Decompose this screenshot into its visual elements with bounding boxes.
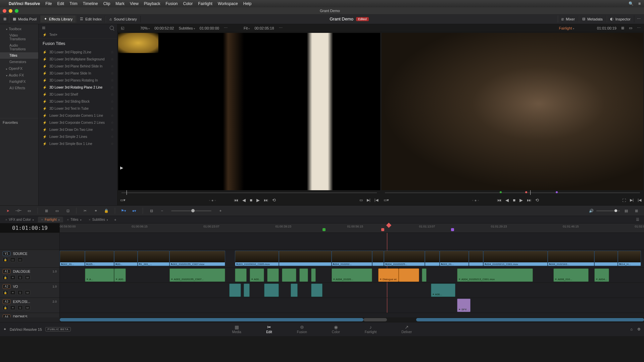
close-tab-icon[interactable]: ×	[41, 218, 43, 221]
favorite-star-icon[interactable]: ☆	[111, 107, 114, 110]
favorite-star-icon[interactable]: ☆	[111, 114, 114, 117]
track-toggle-button[interactable]: ▭	[10, 257, 15, 262]
track-lock-button[interactable]: 🔒	[3, 257, 8, 262]
blade-edit-tool[interactable]: ✂	[81, 207, 89, 214]
close-tab-icon[interactable]: ×	[5, 218, 7, 221]
video-clip[interactable]: ⚭ A005...	[85, 251, 114, 266]
video-clip[interactable]: ⚭	[594, 251, 618, 266]
volume-slider[interactable]	[596, 210, 620, 211]
src-play-button[interactable]: ▶	[256, 198, 260, 203]
replace-tool[interactable]: ⊡	[64, 207, 71, 214]
category-generators[interactable]: Generators	[0, 59, 38, 65]
audio-clip[interactable]	[229, 283, 241, 297]
category-audiofx[interactable]: Audio FX	[0, 72, 38, 79]
timeline-scrollbar[interactable]	[0, 317, 644, 322]
category-au-effects[interactable]: AU Effects	[0, 85, 38, 91]
source-viewer[interactable]: ▶	[118, 33, 380, 190]
audio-clip[interactable]: ⚭ A003_01020155_C007...	[169, 268, 225, 282]
page-tab-color[interactable]: ◉Color	[328, 324, 344, 334]
video-clip[interactable]: ⚭	[279, 251, 332, 266]
record-scrubber[interactable]	[385, 190, 640, 196]
title-item[interactable]: ⚡3D Lower 3rd Plane Slide In☆	[39, 70, 117, 77]
source-options-icon[interactable]: ⋯	[224, 26, 228, 30]
app-name[interactable]: DaVinci Resolve	[9, 1, 40, 6]
audio-clip[interactable]	[282, 268, 297, 282]
zoom-out-button[interactable]: −	[158, 207, 166, 214]
track-lock-button[interactable]: 🔒	[3, 290, 8, 295]
track-eye-button[interactable]: ▭	[17, 257, 23, 262]
src-next-edit-icon[interactable]: ▶|	[367, 198, 370, 202]
mixer-button[interactable]: ⎚ Mixer	[558, 15, 579, 22]
audio-clip[interactable]	[235, 268, 247, 282]
timeline-marker[interactable]	[323, 228, 326, 231]
track-header[interactable]: A2VO1.0🔒⚭SM	[0, 283, 60, 298]
rec-match-frame-icon[interactable]: ◦ ● ◦	[472, 198, 479, 202]
video-clip[interactable]: ⚭	[372, 251, 384, 266]
scope-icon[interactable]: ⊞	[621, 26, 624, 30]
view-mode-icon[interactable]: ▦	[42, 25, 45, 30]
zoom-in-button[interactable]: +	[217, 207, 224, 214]
blade-tool[interactable]: ▭	[26, 207, 33, 214]
inspector-button[interactable]: ◐ Inspector	[606, 15, 634, 22]
menu-file[interactable]: File	[45, 1, 52, 6]
title-item[interactable]: ⚡ Text+	[39, 31, 117, 39]
title-item[interactable]: ⚡Lower 3rd Draw On Two Line☆	[39, 126, 117, 133]
tab-dropdown-icon[interactable]	[107, 218, 108, 221]
track-header[interactable]: A4DRONES	[0, 313, 60, 317]
rec-fullscreen-icon[interactable]: ⛶	[622, 198, 626, 202]
title-item[interactable]: ⚡3D Lower 3rd Shelf☆	[39, 91, 117, 98]
page-tab-media[interactable]: ▦Media	[228, 324, 245, 334]
effects-library-button[interactable]: ✦ Effects Library	[40, 15, 76, 22]
timeline-tab[interactable]: ×Titles	[64, 217, 85, 222]
menu-clip[interactable]: Clip	[103, 1, 110, 6]
video-clip[interactable]: ⚭ A003_01020155_C007.mov	[169, 251, 225, 266]
expand-icon[interactable]: ⊞	[3, 17, 6, 21]
track-toggle-button[interactable]: ⚭	[10, 290, 15, 295]
audio-clip[interactable]	[267, 268, 279, 282]
more-icon[interactable]: ⋯	[637, 17, 641, 21]
favorite-star-icon[interactable]: ☆	[111, 135, 114, 139]
tab-dropdown-icon[interactable]	[33, 218, 34, 221]
favorites-header[interactable]: Favorites	[0, 118, 38, 126]
timeline-tab[interactable]: ×Fairlight	[38, 217, 63, 222]
video-clip[interactable]: ⚭ A00...	[114, 251, 138, 266]
timeline-tab[interactable]: ×VFX and Color	[2, 217, 37, 222]
timeline-dropdown[interactable]: Fairlight	[559, 26, 574, 30]
audio-clip[interactable]: ⚭ A00...	[250, 268, 264, 282]
menu-playback[interactable]: Playback	[144, 1, 160, 6]
src-overwrite-icon[interactable]: ▭	[359, 198, 363, 202]
audio-clip[interactable]: ⚭ A004...	[594, 268, 609, 282]
video-clip[interactable]: ⚭ 0014_H...	[618, 251, 641, 266]
video-clip[interactable]: ⚭ A008_0102163...	[548, 251, 594, 266]
favorite-star-icon[interactable]: ☆	[111, 93, 114, 96]
audio-clip[interactable]	[244, 283, 249, 297]
record-viewer[interactable]	[382, 33, 644, 190]
window-minimize-button[interactable]	[9, 9, 12, 13]
track-toggle-button[interactable]: ⚭	[10, 275, 15, 280]
video-clip[interactable]: ⚭ A004_01020213_C001.mov	[483, 251, 548, 266]
menu-timeline[interactable]: Timeline	[83, 1, 98, 6]
title-item[interactable]: ⚡Lower 3rd Corporate Corners 2 Lines☆	[39, 119, 117, 126]
rec-reverse-button[interactable]: ◀	[505, 198, 509, 203]
snap-tool[interactable]: ⊟	[148, 207, 155, 214]
timeline-tab[interactable]: ×Subtitles	[86, 217, 112, 222]
title-item[interactable]: ⚡3D Lower 3rd Text In Tube☆	[39, 105, 117, 112]
audio-clip[interactable]: ⚭ A00...	[431, 283, 455, 297]
track-header[interactable]: A1DIALOGUE1.0🔒⚭SM	[0, 268, 60, 282]
track-mute-button[interactable]: M	[25, 290, 30, 295]
title-item[interactable]: ⚡3D Lower 3rd Flipping 2Line☆	[39, 49, 117, 56]
trim-tool[interactable]: ⊣⊢	[15, 207, 22, 214]
category-toolbox[interactable]: Toolbox	[0, 25, 38, 32]
audio-clip[interactable]: ⚭ A004_01020...	[332, 268, 373, 282]
audio-clip[interactable]: ⚭ A004_01020213_C001.mov	[457, 268, 533, 282]
track-header[interactable]: A3EXPLOSI...2.0🔒⚭SM	[0, 298, 60, 313]
media-pool-button[interactable]: ▦ Media Pool	[9, 15, 40, 22]
fit-dropdown[interactable]: Fit	[244, 26, 250, 30]
edit-index-button[interactable]: ☰ Edit Index	[76, 15, 105, 22]
title-item[interactable]: ⚡Lower 3rd Simple 2 Lines☆	[39, 133, 117, 140]
meters-icon[interactable]: ▤	[623, 207, 630, 214]
favorite-star-icon[interactable]: ☆	[111, 50, 114, 54]
audio-clip[interactable]	[422, 268, 427, 282]
page-tab-fusion[interactable]: ⊚Fusion	[293, 324, 311, 334]
video-clip[interactable]: ⚭ H1_001_...	[138, 251, 170, 266]
